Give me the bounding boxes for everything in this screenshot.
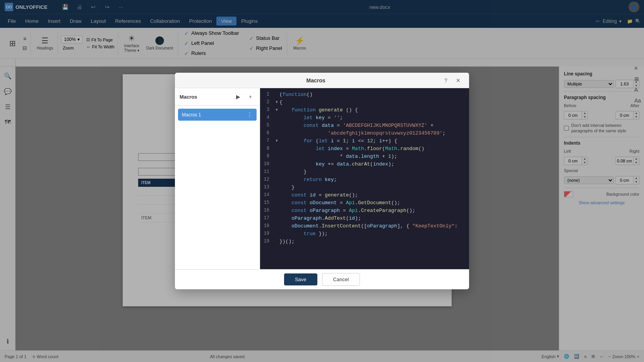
macros-run-btn[interactable]: ▶ xyxy=(233,92,243,101)
macros-list: Macros 1 ⋮ xyxy=(175,106,260,269)
macro-item-1-name: Macros 1 xyxy=(182,112,247,118)
code-line-8: 8 let index = Math.floor(Math.random() xyxy=(260,145,469,153)
modal-footer: Save Cancel xyxy=(175,269,469,289)
macro-item-1-menu[interactable]: ⋮ xyxy=(247,111,253,118)
macros-sidebar-title: Macros xyxy=(180,94,230,100)
code-line-20: 19 })(); xyxy=(260,238,469,246)
code-line-14: 14 const id = generate(); xyxy=(260,192,469,200)
modal-overlay: Macros ? ✕ Macros ▶ + Macros 1 ⋮ xyxy=(0,0,644,362)
code-line-7: 7 ▼ for (let i = 1; i <= 12; i++) { xyxy=(260,138,469,145)
macros-sidebar-header: Macros ▶ + xyxy=(175,88,260,106)
code-line-12: 12 return key; xyxy=(260,176,469,184)
macros-sidebar: Macros ▶ + Macros 1 ⋮ xyxy=(175,88,260,269)
modal-body: Macros ▶ + Macros 1 ⋮ 1 (function() xyxy=(175,88,469,269)
code-line-9: 9 * data.length + 1); xyxy=(260,153,469,161)
code-line-13: 13 } xyxy=(260,184,469,192)
code-line-19: 19 true }); xyxy=(260,231,469,238)
code-line-15: 15 const oDocument = Api.GetDocument(); xyxy=(260,200,469,207)
macros-add-btn[interactable]: + xyxy=(246,92,255,101)
modal-help-btn[interactable]: ? xyxy=(441,76,450,85)
macro-item-1[interactable]: Macros 1 ⋮ xyxy=(178,109,257,121)
code-line-3: 3 ▼ function generate () { xyxy=(260,107,469,114)
code-line-4: 4 let key = ''; xyxy=(260,114,469,122)
macros-modal: Macros ? ✕ Macros ▶ + Macros 1 ⋮ xyxy=(175,73,469,289)
code-line-16: 16 const oParagraph = Api.CreateParagrap… xyxy=(260,207,469,215)
modal-close-btn[interactable]: ✕ xyxy=(454,76,463,85)
code-line-18: 18 oDocument.InsertContent([oParagraph],… xyxy=(260,223,469,231)
save-button[interactable]: Save xyxy=(284,273,317,285)
code-editor[interactable]: 1 (function() 2 ▼ { 3 ▼ function generat… xyxy=(260,88,469,269)
code-line-17: 17 oParagraph.AddText(id); xyxy=(260,215,469,223)
code-line-2: 2 ▼ { xyxy=(260,99,469,107)
modal-header: Macros ? ✕ xyxy=(175,73,469,88)
code-line-5: 5 const data = 'ABCDEFGHIJKLMNOPQRSTUVWX… xyxy=(260,122,469,130)
modal-title: Macros xyxy=(194,77,438,84)
code-line-10: 10 key += data.charAt(index); xyxy=(260,161,469,169)
code-line-11: 11 } xyxy=(260,169,469,176)
cancel-button[interactable]: Cancel xyxy=(322,273,360,286)
code-line-6: 6 'abcdefghijklmnopqrstuvwxyz0123456789'… xyxy=(260,130,469,138)
code-line-1: 1 (function() xyxy=(260,91,469,99)
